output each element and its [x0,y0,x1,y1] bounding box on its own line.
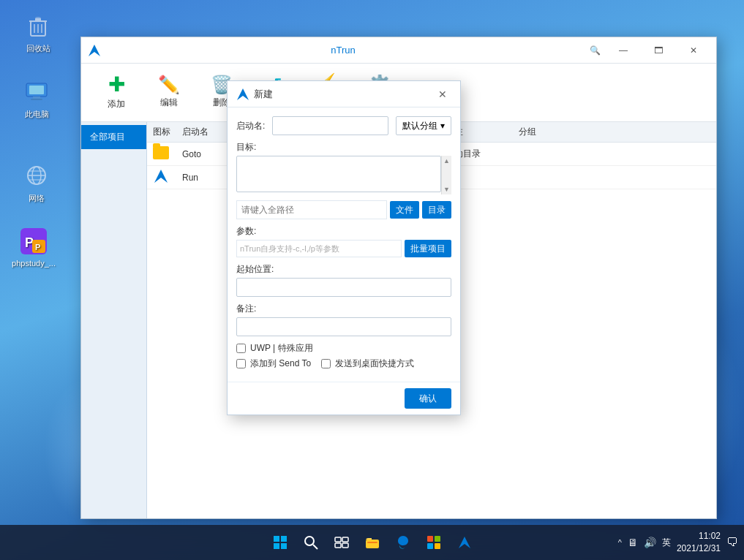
dialog-footer: 确认 [228,382,460,415]
svg-point-6 [35,17,41,20]
svg-text:P: P [35,243,40,251]
uwp-checkbox-label: UWP | 特殊应用 [250,342,313,355]
title-bar: nTrun 🔍 — 🗖 ✕ [81,37,716,64]
taskbar-chevron-icon[interactable]: ^ [618,538,622,547]
target-input[interactable] [236,156,441,192]
sidebar-item-all[interactable]: 全部项目 [81,125,146,149]
taskbar-lang[interactable]: 英 [662,537,671,549]
svg-rect-24 [281,536,287,542]
launch-name-input[interactable] [272,116,388,135]
dialog-body: 启动名: 默认分组 ▾ 目标: ▲ ▼ [228,107,460,382]
uwp-checkbox[interactable] [236,344,246,353]
title-controls: 🔍 — 🗖 ✕ [585,39,710,62]
svg-rect-34 [367,542,377,543]
uwp-checkbox-row: UWP | 特殊应用 [236,342,451,355]
svg-rect-31 [335,543,341,548]
confirm-btn[interactable]: 确认 [405,388,451,409]
sendto-checkbox-label: 添加到 Send To [250,357,311,370]
svg-marker-39 [459,537,470,548]
params-input-row: nTrun自身支持-c,-l,/p等参数 批量项目 [236,240,451,257]
title-bar-left [87,43,102,58]
desktop-checkbox-label: 发送到桌面快捷方式 [335,357,414,370]
group-dropdown-label: 默认分组 [402,120,437,132]
taskbar-right: ^ 🖥 🔊 英 11:02 2021/12/31 🗨 [618,530,738,555]
title-close-btn[interactable]: ✕ [677,39,710,62]
svg-rect-38 [435,543,440,549]
path-hint-input[interactable] [236,200,387,219]
dir-btn[interactable]: 目录 [422,201,451,219]
start-input[interactable] [236,278,451,297]
col-header-icon: 图标 [153,126,182,138]
toolbar-add[interactable]: ✚ 添加 [93,67,140,118]
network-icon [22,161,51,190]
taskbar-start-btn[interactable] [266,528,295,557]
desktop-icon-phpstudy[interactable]: P P phpstudy_... [10,227,57,268]
sidebar: 全部项目 [81,122,147,518]
title-minimize-btn[interactable]: — [606,39,640,62]
svg-rect-8 [29,86,44,94]
svg-rect-33 [366,540,379,548]
sendto-checkbox-row: 添加到 Send To 发送到桌面快捷方式 [236,357,451,370]
desktop-icon-network[interactable]: 网络 [13,161,60,204]
taskbar-ntrun-btn[interactable] [450,528,479,557]
toolbar-edit[interactable]: ✏️ 编辑 [146,67,192,118]
params-hint: nTrun自身支持-c,-l,/p等参数 [236,240,402,257]
taskbar-store-btn[interactable] [419,528,448,557]
desktop-icon-thispc[interactable]: 此电脑 [13,77,60,120]
group-dropdown-btn[interactable]: 默认分组 ▾ [396,116,451,135]
file-btn[interactable]: 文件 [390,201,419,219]
target-scrollbar[interactable]: ▲ ▼ [441,156,451,194]
taskbar-center [266,528,479,557]
params-row: 参数: nTrun自身支持-c,-l,/p等参数 批量项目 [236,225,451,257]
taskbar-search-btn[interactable] [296,528,326,557]
svg-rect-36 [435,536,440,542]
dialog-close-btn[interactable]: ✕ [434,86,451,103]
desktop-icon-recycle[interactable]: 回收站 [15,11,61,54]
svg-rect-35 [427,536,433,542]
note-input[interactable] [236,317,451,336]
thispc-label: 此电脑 [25,109,49,120]
phpstudy-icon: P P [19,227,48,256]
path-hint-row: 文件 目录 [236,200,451,219]
thispc-icon [22,77,51,106]
svg-rect-23 [274,536,279,542]
start-label: 起始位置: [236,263,451,276]
svg-rect-32 [342,543,348,548]
note-label: 备注: [236,303,451,315]
svg-rect-25 [274,543,279,549]
start-row: 起始位置: [236,263,451,297]
taskbar-time[interactable]: 11:02 2021/12/31 [677,530,721,555]
svg-rect-9 [33,97,40,99]
recycle-bin-label: 回收站 [26,43,50,54]
row-icon-folder [153,146,182,162]
svg-rect-30 [342,537,348,542]
desktop-checkbox[interactable] [321,359,331,368]
phpstudy-label: phpstudy_... [12,259,56,268]
window-title: nTrun [102,45,585,56]
taskbar-volume-icon[interactable]: 🔊 [644,537,656,548]
sendto-checkbox[interactable] [236,359,246,368]
launch-name-inline: 启动名: 默认分组 ▾ [236,116,451,135]
dialog-title-bar: 新建 ✕ [228,81,460,107]
col-header-group: 分组 [519,126,577,138]
taskbar-taskview-btn[interactable] [327,528,356,557]
taskbar-network-icon[interactable]: 🖥 [628,537,638,548]
svg-rect-37 [427,543,433,549]
dropdown-arrow-icon: ▾ [440,121,445,131]
taskbar-explorer-btn[interactable] [358,528,387,557]
launch-name-label: 启动名: [236,120,265,132]
desktop: 回收站 此电脑 网络 P [0,0,744,560]
taskbar-notification-icon[interactable]: 🗨 [726,536,738,549]
svg-marker-21 [154,170,168,183]
svg-rect-10 [31,99,42,100]
batch-btn[interactable]: 批量项目 [405,240,451,257]
toolbar-add-label: 添加 [108,98,125,110]
taskbar-edge-btn[interactable] [388,528,418,557]
title-search-btn[interactable]: 🔍 [585,40,605,61]
title-maximize-btn[interactable]: 🗖 [642,39,675,62]
svg-point-27 [305,537,314,545]
svg-marker-20 [89,45,100,56]
note-row: 备注: [236,303,451,336]
taskbar-date: 2021/12/31 [677,542,721,555]
edit-icon: ✏️ [158,76,180,94]
